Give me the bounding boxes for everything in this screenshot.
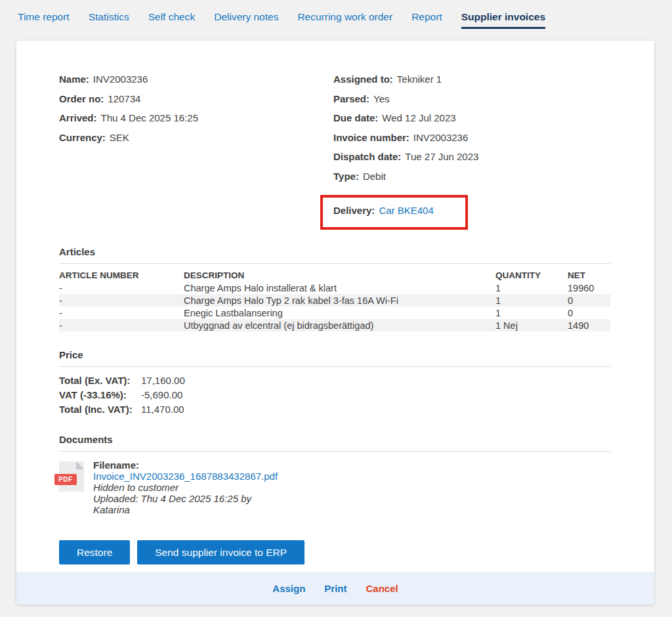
detail-label: Arrived:	[59, 112, 97, 123]
detail-value: INV2003236	[93, 74, 148, 85]
cell-description: Charge Amps Halo installerat & klart	[184, 282, 495, 294]
cancel-link[interactable]: Cancel	[366, 583, 398, 594]
tab-supplier-invoices[interactable]: Supplier invoices	[461, 11, 545, 29]
delivery-link[interactable]: Car BKE404	[379, 205, 433, 216]
cell-quantity: 1	[495, 294, 568, 307]
table-row: - Enegic Lastbalansering 1 0	[59, 307, 610, 319]
price-section: Price Total (Ex. VAT): 17,160.00 VAT (-3…	[59, 349, 610, 417]
cell-quantity: 1	[495, 282, 568, 294]
details-left-column: Name:INV2003236 Order no:120734 Arrived:…	[59, 74, 333, 230]
pdf-icon-fold	[76, 461, 84, 469]
hidden-to-customer-note: Hidden to customer	[93, 482, 320, 493]
detail-label: Type:	[333, 171, 359, 182]
card-footer: Assign Print Cancel	[16, 572, 654, 605]
articles-section: Articles ARTICLE NUMBER DESCRIPTION QUAN…	[59, 246, 610, 331]
cell-net: 0	[568, 307, 610, 319]
restore-button[interactable]: Restore	[59, 540, 130, 564]
detail-value: 120734	[108, 93, 140, 104]
tab-statistics[interactable]: Statistics	[89, 11, 129, 27]
cell-article-number: -	[59, 307, 184, 319]
uploaded-info-line1: Uploaded: Thu 4 Dec 2025 16:25 by	[93, 493, 320, 504]
column-header-article-number: ARTICLE NUMBER	[59, 265, 184, 282]
cell-net: 1490	[568, 319, 610, 331]
cell-quantity: 1 Nej	[495, 319, 568, 331]
action-buttons: Restore Send supplier invoice to ERP	[59, 540, 610, 564]
column-header-quantity: QUANTITY	[495, 265, 568, 282]
uploaded-info-line2: Katarina	[93, 504, 320, 515]
detail-label: Order no:	[59, 93, 104, 104]
divider	[59, 366, 610, 367]
cell-description: Enegic Lastbalansering	[184, 307, 495, 319]
pdf-file-icon: PDF	[59, 461, 84, 492]
cell-article-number: -	[59, 319, 184, 331]
cell-net: 19960	[568, 282, 610, 294]
detail-assigned-to: Assigned to:Tekniker 1	[333, 74, 610, 85]
tab-time-report[interactable]: Time report	[18, 11, 70, 27]
price-label: VAT (-33.16%):	[59, 388, 141, 402]
price-value: 17,160.00	[141, 373, 185, 388]
articles-title: Articles	[59, 246, 610, 257]
detail-label: Due date:	[333, 112, 378, 123]
detail-label: Delivery:	[333, 205, 375, 216]
price-row-vat: VAT (-33.16%): -5,690.00	[59, 388, 610, 402]
price-value: -5,690.00	[141, 388, 182, 402]
detail-dispatch-date: Dispatch date:Tue 27 Jun 2023	[333, 151, 610, 163]
cell-description: Charge Amps Halo Typ 2 rak kabel 3-fas 1…	[184, 294, 495, 307]
document-item: PDF Filename: Invoice_INV2003236_1687883…	[59, 459, 610, 515]
supplier-invoice-card: Name:INV2003236 Order no:120734 Arrived:…	[16, 41, 654, 605]
detail-invoice-number: Invoice number:INV2003236	[333, 132, 610, 144]
detail-value: Debit	[363, 171, 386, 182]
card-content: Name:INV2003236 Order no:120734 Arrived:…	[16, 41, 654, 572]
detail-label: Parsed:	[333, 93, 369, 104]
documents-title: Documents	[59, 434, 610, 445]
tab-delivery-notes[interactable]: Delivery notes	[214, 11, 278, 27]
table-row: - Charge Amps Halo installerat & klart 1…	[59, 282, 610, 294]
pdf-badge: PDF	[54, 474, 77, 485]
detail-order-no: Order no:120734	[59, 93, 333, 105]
tab-bar: Time report Statistics Self check Delive…	[0, 0, 672, 41]
cell-quantity: 1	[495, 307, 568, 319]
detail-parsed: Parsed:Yes	[333, 93, 610, 105]
detail-value: Tue 27 Jun 2023	[405, 151, 478, 162]
detail-currency: Currency:SEK	[59, 132, 333, 144]
detail-value: Wed 12 Jul 2023	[382, 112, 455, 123]
detail-value: INV2003236	[413, 132, 468, 143]
tab-recurring-work-order[interactable]: Recurring work order	[297, 11, 392, 27]
cell-description: Utbyggnad av elcentral (ej bidragsberätt…	[184, 319, 495, 331]
detail-due-date: Due date:Wed 12 Jul 2023	[333, 112, 610, 124]
table-row: - Charge Amps Halo Typ 2 rak kabel 3-fas…	[59, 294, 610, 307]
price-title: Price	[59, 349, 610, 360]
detail-value: SEK	[110, 132, 129, 143]
detail-arrived: Arrived:Thu 4 Dec 2025 16:25	[59, 112, 333, 124]
documents-section: Documents PDF Filename: Invoice_INV20032…	[59, 434, 610, 515]
price-label: Total (Ex. VAT):	[59, 373, 141, 388]
details-right-column: Assigned to:Tekniker 1 Parsed:Yes Due da…	[333, 74, 610, 230]
column-header-description: DESCRIPTION	[184, 265, 495, 282]
print-link[interactable]: Print	[324, 583, 346, 594]
assign-link[interactable]: Assign	[272, 583, 305, 594]
price-value: 11,470.00	[141, 402, 184, 417]
send-supplier-invoice-to-erp-button[interactable]: Send supplier invoice to ERP	[137, 540, 304, 564]
detail-label: Assigned to:	[333, 74, 393, 85]
detail-value: Tekniker 1	[397, 74, 442, 85]
detail-label: Currency:	[59, 132, 106, 143]
divider	[59, 263, 610, 264]
detail-label: Invoice number:	[333, 132, 410, 143]
tab-self-check[interactable]: Self check	[148, 11, 196, 27]
tab-report[interactable]: Report	[411, 11, 442, 27]
table-row: - Utbyggnad av elcentral (ej bidragsberä…	[59, 319, 610, 331]
detail-delivery: Delivery:Car BKE404	[333, 205, 434, 217]
detail-label: Name:	[59, 74, 89, 85]
invoice-details: Name:INV2003236 Order no:120734 Arrived:…	[59, 74, 610, 230]
delivery-highlight-box: Delivery:Car BKE404	[320, 195, 468, 230]
detail-value: Yes	[373, 93, 389, 104]
articles-header-row: ARTICLE NUMBER DESCRIPTION QUANTITY NET	[59, 265, 610, 282]
detail-name: Name:INV2003236	[59, 74, 333, 85]
price-label: Total (Inc. VAT):	[59, 402, 141, 417]
document-filename-link[interactable]: Invoice_INV2003236_1687883432867.pdf	[93, 471, 278, 482]
price-rows: Total (Ex. VAT): 17,160.00 VAT (-33.16%)…	[59, 373, 610, 417]
price-row-total-inc-vat: Total (Inc. VAT): 11,470.00	[59, 402, 610, 417]
detail-label: Dispatch date:	[333, 151, 401, 162]
document-info: Filename: Invoice_INV2003236_16878834328…	[93, 459, 320, 515]
cell-article-number: -	[59, 294, 184, 307]
